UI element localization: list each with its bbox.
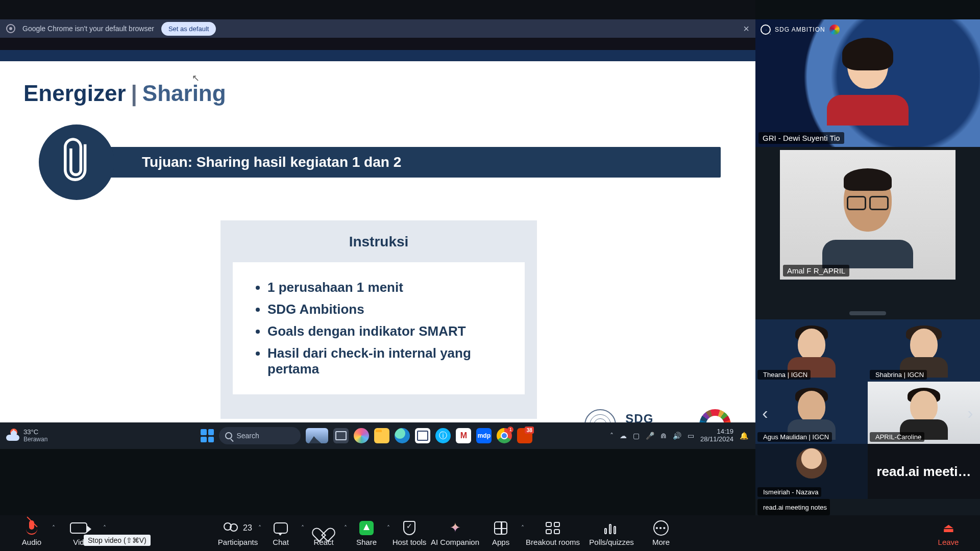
panel-resize-handle[interactable] [849,311,886,315]
tray-onedrive-icon[interactable]: ▢ [633,432,640,440]
host-tools-button[interactable]: Host tools [388,520,431,546]
tray-volume-icon[interactable]: 🔊 [673,432,681,440]
heart-icon [316,522,331,534]
slide-goal-icon-circle [39,124,114,200]
video-tile-active-speaker[interactable]: SDG AMBITION GRI - Dewi Suyenti Tio [755,19,980,147]
participant-name: Agus Maulidan | IGCN [763,433,829,441]
gallery-next-button[interactable]: › [963,399,978,427]
video-tile-tiny[interactable]: Ismeiriah - Nazava [755,444,868,499]
polls-icon [604,522,619,534]
ms-store-icon[interactable] [415,428,430,443]
paperclip-icon [59,136,94,189]
chat-button[interactable]: Chat ˄ [259,520,302,546]
chat-icon [274,522,288,534]
browser-tab-strip [0,50,755,61]
tile-sdg-badge: SDG AMBITION [761,24,840,35]
participant-name: Theana | IGCN [763,371,807,379]
polls-button[interactable]: Polls/quizzes [583,520,640,546]
leave-icon: ⏏ [943,521,954,535]
participant-name: Ismeiriah - Nazava [763,488,818,496]
chrome-default-browser-bar: Google Chrome isn't your default browser… [0,19,755,38]
video-button[interactable]: Vid ˄ Stop video (⇧⌘V) [53,520,104,546]
weather-temp: 33°C [23,429,47,436]
taskbar-photo-widget[interactable] [306,428,328,443]
breakout-rooms-button[interactable]: Breakout rooms [522,520,583,546]
participant-avatar [796,448,827,479]
sparkle-icon: ✦ [450,520,461,536]
mcafee-icon[interactable]: M [456,428,471,443]
video-tile-small[interactable]: Shabrina | IGCN [868,319,980,382]
taskbar-search[interactable]: Search [219,427,301,444]
taskbar-weather[interactable]: 1 33°C Berawan [6,429,47,442]
start-button[interactable] [201,429,214,442]
slide-title-accent: Sharing [142,81,226,106]
share-button[interactable]: Share ˄ [345,520,388,546]
apps-icon [494,521,507,535]
participant-name: Shabrina | IGCN [875,371,924,379]
video-tile-readai[interactable]: read.ai meeti… [868,444,980,499]
audio-button[interactable]: Audio ˄ [10,520,53,546]
share-icon [359,521,374,535]
cursor-icon: ↖ [192,72,200,84]
browser-top-bar [0,0,755,19]
instruksi-header: Instruksi [233,234,525,250]
participant-name: Amal F R_APRIL [787,266,845,275]
breakout-icon [546,522,560,534]
cloud-icon: 1 [6,431,19,441]
participants-icon [224,522,239,534]
task-view-icon[interactable] [333,428,349,443]
slide-goal-text: Tujuan: Sharing hasil kegiatan 1 dan 2 [142,154,401,170]
tray-notifications-icon[interactable]: 🔔 [740,432,748,440]
chrome-bar-message: Google Chrome isn't your default browser [22,24,154,33]
tray-wifi-icon[interactable]: ⋒ [660,432,667,440]
shared-slide: ↖ Energizer|Sharing Tujuan: Sharing hasi… [0,61,755,449]
video-tooltip: Stop video (⇧⌘V) [84,535,151,546]
search-icon [225,432,232,439]
camera-icon [70,522,87,534]
system-tray[interactable]: ˄ ☁ ▢ 🎤 ⋒ 🔊 ▭ 14:19 28/11/2024 🔔 [610,428,755,443]
video-tile-small[interactable]: Theana | IGCN [755,319,868,382]
weather-desc: Berawan [23,436,47,443]
edge-icon[interactable] [395,428,410,443]
taskbar-clock[interactable]: 14:19 28/11/2024 [700,428,733,443]
participant-avatar [837,40,898,116]
zoom-toolbar: Audio ˄ Vid ˄ Stop video (⇧⌘V) 23 Partic… [0,515,980,551]
participants-count: 23 [243,523,252,533]
video-grid: Theana | IGCN Shabrina | IGCN ‹ Agus Mau… [755,319,980,444]
instruksi-bullet: 1 perusahaan 1 menit [267,280,510,295]
instruksi-box: Instruksi 1 perusahaan 1 menit SDG Ambit… [220,220,537,419]
video-grid-row-3: Ismeiriah - Nazava read.ai meeti… read.a… [755,444,980,515]
more-button[interactable]: ••• More [640,520,682,546]
tray-chevron-icon[interactable]: ˄ [610,432,614,440]
video-tile-small[interactable]: ‹ Agus Maulidan | IGCN [755,382,868,444]
skype-icon[interactable]: ⓘ [435,428,451,443]
chevron-up-icon[interactable]: ˄ [103,524,106,532]
video-tile-small[interactable]: › APRIL-Caroline [868,382,980,444]
ai-companion-button[interactable]: ✦ AI Companion [431,520,479,546]
taskbar-search-placeholder: Search [236,432,259,440]
slide-title: Energizer|Sharing [0,61,755,106]
apps-button[interactable]: Apps ˄ [479,520,522,546]
mdp-app-icon[interactable]: mdp [476,428,492,443]
set-default-button[interactable]: Set as default [161,22,216,36]
tray-cloud-icon[interactable]: ☁ [620,432,627,440]
chrome-taskbar-icon[interactable]: 1 [497,428,512,443]
participant-name: APRIL-Caroline [875,433,921,441]
copilot-icon[interactable] [354,428,369,443]
react-button[interactable]: React ˄ [302,520,345,546]
file-explorer-icon[interactable] [374,428,389,443]
instruksi-inner: 1 perusahaan 1 menit SDG Ambitions Goals… [233,262,525,394]
participant-name: read.ai meeting notes [763,504,827,511]
instruksi-bullet: SDG Ambitions [267,302,510,317]
tray-battery-icon[interactable]: ▭ [688,432,694,440]
close-icon[interactable]: × [743,23,749,35]
mic-muted-icon [25,520,38,536]
participants-button[interactable]: 23 Participants ˄ [216,520,259,546]
zoom-taskbar-icon[interactable]: 38 [517,428,532,443]
video-tile[interactable]: Amal F R_APRIL [780,150,955,280]
leave-button[interactable]: ⏏ Leave [927,520,970,546]
tray-mic-icon[interactable]: 🎤 [646,432,654,440]
instruksi-bullet: Goals dengan indikator SMART [267,323,510,339]
gallery-prev-button[interactable]: ‹ [757,399,773,427]
chrome-icon [6,24,15,33]
